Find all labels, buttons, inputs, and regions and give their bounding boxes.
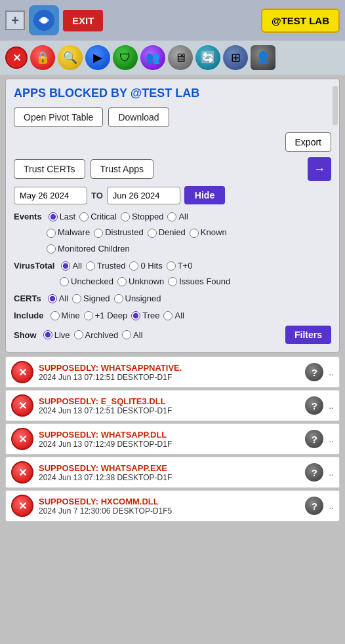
list-item-content: SUPPOSEDLY: WHATSAPP.DLL 2024 Jun 13 07:… — [39, 430, 300, 449]
list-item-content: SUPPOSEDLY: E_SQLITE3.DLL 2024 Jun 13 07… — [39, 396, 300, 415]
events-row1: Events Last Critical Stopped All — [14, 210, 331, 224]
list-item[interactable]: ✕ SUPPOSEDLY: WHATSAPP.DLL 2024 Jun 13 0… — [5, 423, 340, 455]
sync-icon[interactable]: 🔄 — [195, 45, 220, 70]
show-all-option[interactable]: All — [122, 330, 142, 340]
virustotal-row1: VirusTotal All Trusted 0 Hits T+0 — [14, 259, 331, 273]
list-item[interactable]: ✕ SUPPOSEDLY: E_SQLITE3.DLL 2024 Jun 13 … — [5, 390, 340, 421]
date-to-label: TO — [91, 191, 103, 200]
events-filter-section: Events Last Critical Stopped All Malware… — [14, 210, 331, 256]
date-range-row: TO Hide — [14, 186, 331, 204]
shield-icon[interactable]: 🛡 — [113, 45, 138, 70]
download-button[interactable]: Download — [108, 107, 169, 127]
more-dots[interactable]: .. — [329, 367, 334, 377]
include-tree-option[interactable]: Tree — [131, 309, 159, 323]
events-critical-option[interactable]: Critical — [79, 210, 117, 224]
users-icon[interactable]: 👥 — [140, 45, 165, 70]
events-row3: Monitored Children — [14, 242, 331, 256]
list-item[interactable]: ✕ SUPPOSEDLY: HXCOMM.DLL 2024 Jun 7 12:3… — [5, 490, 340, 521]
virustotal-label: VirusTotal — [14, 259, 54, 273]
date-to-input[interactable] — [107, 187, 180, 204]
vt-trusted-option[interactable]: Trusted — [86, 259, 126, 273]
list-item-content: SUPPOSEDLY: WHATSAPPNATIVE. 2024 Jun 13 … — [39, 363, 300, 382]
events-denied-option[interactable]: Denied — [148, 225, 186, 240]
include-all-option[interactable]: All — [163, 309, 184, 323]
add-tab-button[interactable]: + — [5, 10, 25, 30]
top-bar: + EXIT @TEST LAB — [0, 0, 345, 41]
more-dots[interactable]: .. — [329, 400, 334, 411]
vt-all-option[interactable]: All — [61, 259, 81, 273]
main-panel: APPS BLOCKED BY @TEST LAB Open Pivot Tab… — [5, 79, 340, 352]
events-all-option[interactable]: All — [167, 210, 188, 224]
certs-all-option[interactable]: All — [48, 292, 68, 306]
events-last-option[interactable]: Last — [49, 210, 76, 224]
list-item-name: SUPPOSEDLY: WHATSAPP.EXE — [39, 463, 300, 473]
play-icon[interactable]: ▶ — [85, 45, 110, 70]
filters-button[interactable]: Filters — [285, 326, 331, 344]
more-dots[interactable]: .. — [329, 467, 334, 478]
vt-unknown-option[interactable]: Unknown — [117, 275, 164, 289]
events-malware-option[interactable]: Malware — [47, 225, 90, 240]
arrow-button[interactable]: → — [308, 157, 331, 181]
grid-icon[interactable]: ⊞ — [223, 45, 248, 70]
action-buttons-row1: Open Pivot Table Download — [14, 107, 331, 127]
question-icon[interactable]: ? — [305, 463, 323, 482]
vt-unchecked-option[interactable]: Unchecked — [60, 275, 113, 289]
virustotal-filter-section: VirusTotal All Trusted 0 Hits T+0 Unchec… — [14, 259, 331, 289]
list-item-content: SUPPOSEDLY: WHATSAPP.EXE 2024 Jun 13 07:… — [39, 463, 300, 482]
block-x-icon: ✕ — [11, 361, 33, 383]
more-dots[interactable]: .. — [329, 501, 334, 511]
block-x-icon: ✕ — [11, 495, 33, 517]
monitor-icon[interactable]: 🖥 — [168, 45, 193, 70]
lock-icon[interactable]: 🔒 — [30, 45, 55, 70]
more-dots[interactable]: .. — [329, 434, 334, 444]
events-label: Events — [14, 210, 42, 224]
blocked-apps-list: ✕ SUPPOSEDLY: WHATSAPPNATIVE. 2024 Jun 1… — [5, 356, 340, 521]
events-monitored-option[interactable]: Monitored Children — [47, 242, 130, 256]
test-lab-badge: @TEST LAB — [261, 9, 340, 33]
list-item-name: SUPPOSEDLY: WHATSAPPNATIVE. — [39, 363, 300, 373]
show-row: Show Live Archived All Filters — [14, 326, 331, 344]
export-button[interactable]: Export — [285, 132, 331, 152]
trust-apps-button[interactable]: Trust Apps — [91, 159, 153, 179]
scrollbar[interactable] — [333, 86, 338, 125]
list-item-meta: 2024 Jun 13 07:12:51 DESKTOP-D1F — [39, 373, 300, 382]
exit-button[interactable]: EXIT — [63, 10, 103, 31]
list-item-meta: 2024 Jun 7 12:30:06 DESKTOP-D1F5 — [39, 506, 300, 516]
events-known-option[interactable]: Known — [190, 225, 227, 240]
question-icon[interactable]: ? — [305, 363, 323, 381]
list-item-meta: 2024 Jun 13 07:12:51 DESKTOP-D1F — [39, 406, 300, 415]
trust-certs-button[interactable]: Trust CERTs — [14, 159, 85, 179]
list-item[interactable]: ✕ SUPPOSEDLY: WHATSAPPNATIVE. 2024 Jun 1… — [5, 356, 340, 388]
close-red-button[interactable]: ✕ — [5, 47, 28, 69]
vt-tplus0-option[interactable]: T+0 — [167, 259, 193, 273]
certs-unsigned-option[interactable]: Unsigned — [114, 292, 161, 306]
events-distrusted-option[interactable]: Distrusted — [94, 225, 144, 240]
list-item-name: SUPPOSEDLY: E_SQLITE3.DLL — [39, 396, 300, 406]
certs-signed-option[interactable]: Signed — [72, 292, 110, 306]
export-row: Export — [14, 132, 331, 152]
svg-point-1 — [41, 17, 47, 24]
show-label: Show — [14, 330, 37, 340]
include-plus1deep-option[interactable]: +1 Deep — [84, 309, 128, 323]
list-item-name: SUPPOSEDLY: WHATSAPP.DLL — [39, 430, 300, 440]
date-from-input[interactable] — [14, 187, 87, 204]
vt-issues-option[interactable]: Issues Found — [168, 275, 230, 289]
vt-0hits-option[interactable]: 0 Hits — [129, 259, 162, 273]
question-icon[interactable]: ? — [305, 430, 323, 448]
list-item[interactable]: ✕ SUPPOSEDLY: WHATSAPP.EXE 2024 Jun 13 0… — [5, 457, 340, 488]
hide-button[interactable]: Hide — [184, 186, 225, 204]
show-archived-option[interactable]: Archived — [74, 330, 119, 340]
include-filter-section: Include Mine +1 Deep Tree All — [14, 309, 331, 323]
certs-filter-section: CERTs All Signed Unsigned — [14, 292, 331, 306]
events-stopped-option[interactable]: Stopped — [121, 210, 163, 224]
question-icon[interactable]: ? — [305, 497, 323, 515]
question-icon[interactable]: ? — [305, 396, 323, 415]
app-icon — [29, 5, 59, 35]
open-pivot-table-button[interactable]: Open Pivot Table — [14, 107, 103, 127]
block-x-icon: ✕ — [11, 394, 33, 417]
show-live-option[interactable]: Live — [43, 330, 70, 340]
user-icon[interactable]: 👤 — [251, 45, 275, 70]
search-icon[interactable]: 🔍 — [58, 45, 83, 70]
include-row1: Include Mine +1 Deep Tree All — [14, 309, 331, 323]
include-mine-option[interactable]: Mine — [51, 309, 80, 323]
